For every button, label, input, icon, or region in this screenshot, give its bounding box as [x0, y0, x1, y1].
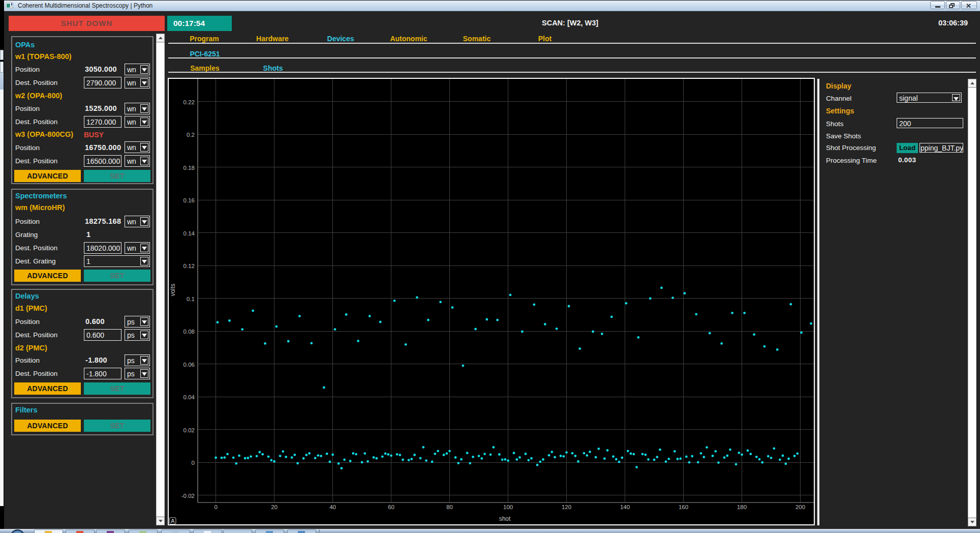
svg-text:120: 120 — [562, 504, 571, 510]
svg-text:0: 0 — [192, 460, 195, 466]
svg-text:0.06: 0.06 — [183, 362, 195, 368]
svg-text:volts: volts — [169, 284, 176, 297]
svg-text:0.1: 0.1 — [187, 296, 195, 302]
svg-text:0.04: 0.04 — [183, 394, 195, 400]
svg-text:200: 200 — [795, 504, 805, 510]
svg-text:160: 160 — [679, 504, 688, 510]
svg-text:60: 60 — [388, 504, 394, 510]
svg-text:A: A — [171, 518, 175, 524]
svg-text:80: 80 — [446, 504, 453, 510]
svg-text:0.14: 0.14 — [183, 230, 195, 236]
svg-text:0.16: 0.16 — [183, 197, 195, 203]
svg-text:40: 40 — [329, 504, 336, 510]
svg-text:100: 100 — [503, 504, 513, 510]
svg-text:0: 0 — [214, 504, 217, 510]
svg-text:0.2: 0.2 — [187, 132, 195, 138]
svg-text:-0.02: -0.02 — [181, 493, 195, 499]
svg-text:shot: shot — [499, 515, 511, 522]
svg-text:0.12: 0.12 — [183, 263, 195, 269]
svg-text:0.22: 0.22 — [183, 99, 195, 105]
svg-text:20: 20 — [271, 504, 278, 510]
svg-text:0.02: 0.02 — [183, 427, 195, 433]
svg-text:140: 140 — [620, 504, 630, 510]
svg-text:0.08: 0.08 — [183, 329, 195, 335]
svg-text:0.18: 0.18 — [183, 165, 195, 171]
svg-text:180: 180 — [737, 504, 747, 510]
